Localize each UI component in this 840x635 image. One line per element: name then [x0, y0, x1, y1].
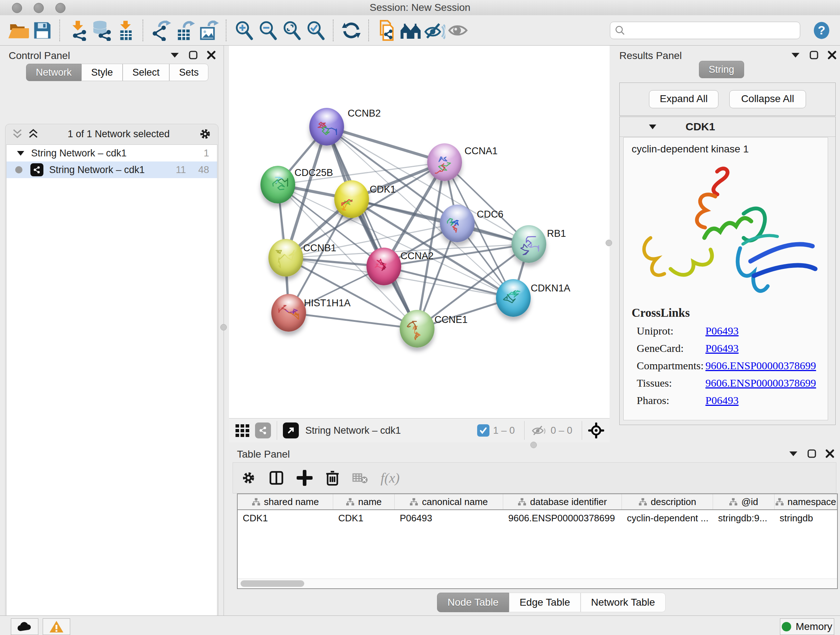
tab-edge-table[interactable]: Edge Table [509, 593, 581, 612]
export-table-icon[interactable] [173, 19, 197, 42]
close-window-icon[interactable] [12, 3, 22, 13]
zoom-fit-icon[interactable] [280, 19, 304, 42]
table-cell[interactable]: 9606.ENSP00000378699 [503, 513, 622, 524]
column-header--id[interactable]: @id [713, 494, 775, 509]
table-horizontal-scrollbar[interactable] [238, 578, 837, 588]
column-header-shared-name[interactable]: shared name [238, 494, 333, 509]
close-panel-icon[interactable] [828, 51, 836, 59]
show-all-icon[interactable] [447, 19, 470, 42]
selected-checkbox-icon[interactable] [477, 424, 489, 437]
column-header-name[interactable]: name [333, 494, 395, 509]
crosslink-link[interactable]: P06493 [706, 342, 739, 355]
zoom-out-icon[interactable] [256, 19, 280, 42]
table-data-row[interactable]: CDK1CDK1P064939606.ENSP00000378699cyclin… [238, 510, 837, 526]
tab-network[interactable]: Network [26, 64, 81, 81]
export-image-icon[interactable] [197, 19, 221, 42]
network-share-icon[interactable] [255, 423, 271, 439]
table-cell[interactable]: stringdb:9... [713, 513, 775, 524]
column-header-canonical-name[interactable]: canonical name [395, 494, 503, 509]
import-network-from-database-icon[interactable] [90, 19, 114, 42]
duplicate-network-icon[interactable] [375, 19, 399, 42]
save-session-icon[interactable] [30, 19, 54, 42]
tab-node-table[interactable]: Node Table [437, 593, 509, 612]
collapse-section-icon[interactable] [649, 124, 657, 130]
network-node-ccna2[interactable] [366, 248, 401, 285]
delete-column-icon[interactable] [325, 470, 340, 486]
network-edge[interactable] [289, 313, 417, 329]
right-splitter-handle[interactable] [606, 240, 612, 246]
create-column-icon[interactable] [297, 470, 313, 486]
close-panel-icon[interactable] [826, 449, 834, 458]
crosslink-link[interactable]: 9606.ENSP00000378699 [706, 377, 816, 389]
column-header-database-identifier[interactable]: database identifier [503, 494, 622, 509]
table-cell[interactable]: cyclin-dependent ... [622, 513, 713, 524]
network-node-cdk1[interactable] [334, 180, 369, 218]
network-canvas[interactable]: CCNB2CCNA1CDC25BCDK1CDC6RB1CCNB1CCNA2CDK… [229, 46, 609, 418]
birds-eye-view-icon[interactable] [588, 422, 605, 439]
network-node-cdc25b[interactable] [261, 166, 295, 203]
network-node-ccna1[interactable] [427, 143, 462, 181]
column-header-description[interactable]: description [622, 494, 713, 509]
memory-button[interactable]: Memory [780, 618, 834, 635]
open-session-icon[interactable] [6, 19, 30, 42]
first-neighbors-icon[interactable] [399, 19, 423, 42]
table-cell[interactable]: CDK1 [238, 513, 333, 524]
zoom-selected-icon[interactable] [304, 19, 328, 42]
close-panel-icon[interactable] [207, 51, 216, 59]
zoom-window-icon[interactable] [55, 3, 65, 13]
tab-style[interactable]: Style [81, 64, 123, 81]
network-edge[interactable] [327, 127, 445, 162]
network-node-ccne1[interactable] [400, 310, 434, 348]
expand-all-icon[interactable] [28, 129, 39, 139]
table-cell[interactable]: CDK1 [333, 513, 395, 524]
tab-string[interactable]: String [699, 61, 744, 78]
crosslink-link[interactable]: P06493 [706, 394, 739, 407]
detach-view-icon[interactable] [283, 423, 299, 439]
search-input[interactable] [625, 24, 783, 36]
zoom-in-icon[interactable] [232, 19, 256, 42]
network-node-hist1h1a[interactable] [271, 294, 306, 332]
collapse-all-icon[interactable] [12, 129, 23, 139]
float-panel-icon[interactable] [791, 52, 800, 58]
import-table-from-file-icon[interactable] [114, 19, 137, 42]
refresh-icon[interactable] [339, 19, 363, 42]
help-icon[interactable]: ? [810, 19, 834, 42]
left-splitter-handle[interactable] [220, 324, 227, 331]
maximize-panel-icon[interactable] [189, 51, 197, 59]
maximize-panel-icon[interactable] [807, 449, 816, 458]
maximize-panel-icon[interactable] [810, 51, 818, 59]
network-node-ccnb2[interactable] [309, 108, 344, 146]
float-panel-icon[interactable] [789, 450, 798, 457]
warnings-button[interactable] [43, 618, 70, 635]
export-network-icon[interactable] [149, 19, 173, 42]
collapse-all-button[interactable]: Collapse All [729, 90, 806, 108]
network-options-gear-icon[interactable] [199, 127, 212, 141]
crosslink-link[interactable]: P06493 [706, 325, 739, 337]
crosslink-link[interactable]: 9606.ENSP00000378699 [706, 359, 816, 372]
table-cell[interactable]: stringdb [775, 513, 837, 524]
table-cell[interactable]: P06493 [395, 513, 503, 524]
show-grid-icon[interactable] [234, 422, 251, 439]
network-node-cdkn1a[interactable] [496, 279, 531, 317]
minimize-window-icon[interactable] [34, 3, 44, 13]
tab-select[interactable]: Select [123, 64, 169, 81]
network-node-rb1[interactable] [512, 225, 546, 263]
network-node-ccnb1[interactable] [268, 239, 303, 277]
attribute-type-icon [346, 498, 355, 506]
hide-selected-icon[interactable] [423, 19, 447, 42]
network-row[interactable]: String Network – cdk1 11 48 [6, 162, 217, 178]
network-node-cdc6[interactable] [440, 204, 475, 242]
table-settings-gear-icon[interactable] [241, 470, 256, 486]
network-collection-row[interactable]: String Network – cdk1 1 [6, 145, 217, 162]
search-box[interactable] [610, 22, 800, 39]
cloud-button[interactable] [11, 618, 38, 635]
tab-network-table[interactable]: Network Table [581, 593, 666, 612]
show-columns-icon[interactable] [268, 470, 284, 486]
expand-all-button[interactable]: Expand All [649, 90, 718, 108]
tree-expander-icon[interactable] [17, 150, 25, 156]
float-panel-icon[interactable] [170, 52, 180, 58]
scrollbar-thumb[interactable] [240, 580, 304, 587]
column-header-namespace[interactable]: namespace [775, 494, 837, 509]
import-network-from-file-icon[interactable] [66, 19, 90, 42]
tab-sets[interactable]: Sets [169, 64, 208, 81]
